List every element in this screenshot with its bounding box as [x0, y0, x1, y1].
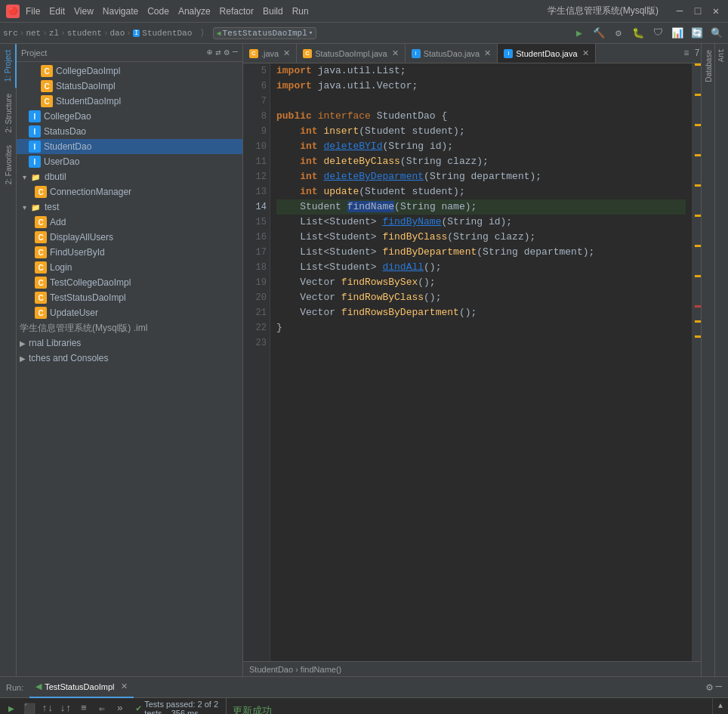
- rerun-button[interactable]: ▶: [3, 700, 20, 715]
- sidebar-tab-favorites[interactable]: 2: Favorites: [0, 139, 17, 190]
- folder-icon: 📁: [29, 201, 42, 213]
- settings-button[interactable]: ⚙: [610, 26, 627, 41]
- menu-bar[interactable]: File Edit View Navigate Code Analyze Ref…: [26, 6, 309, 17]
- run-tab-teststatusdaoimpl[interactable]: ◀ TestStatusDaoImpl ✕: [29, 677, 133, 698]
- tree-item-scratches[interactable]: ▶ tches and Consoles: [17, 351, 242, 366]
- tree-label: rnal Libraries: [29, 338, 81, 348]
- more-icon[interactable]: »: [112, 700, 128, 715]
- tab-studentdao[interactable]: I StudentDao.java ✕: [498, 44, 595, 63]
- pass-checkmark-icon: ✔: [136, 703, 141, 714]
- sort-desc-icon[interactable]: ↓↑: [57, 700, 74, 715]
- breadcrumb[interactable]: src › net › zl › student › dao › I Stude…: [3, 29, 192, 38]
- tree-label: test: [45, 202, 59, 212]
- build-button[interactable]: 🔨: [591, 26, 607, 41]
- run-minimize-icon[interactable]: ─: [716, 681, 722, 694]
- tree-item-displayallusers[interactable]: C DisplayAllUsers: [17, 230, 242, 245]
- tree-item-login[interactable]: C Login: [17, 260, 242, 275]
- tree-item-connectionmanager[interactable]: C ConnectionManager: [17, 184, 242, 199]
- tree-item-updateuser[interactable]: C UpdateUser: [17, 305, 242, 320]
- ant-sidebar[interactable]: Ant: [714, 44, 728, 676]
- sort-asc-icon[interactable]: ↑↓: [39, 700, 56, 715]
- interface-badge: I: [133, 29, 140, 37]
- code-line-12: int deleteByDeparment(String department)…: [276, 169, 686, 184]
- debug-button[interactable]: 🐛: [630, 26, 646, 41]
- scroll-up-button[interactable]: ▲: [714, 700, 726, 712]
- code-line-22: }: [276, 320, 686, 335]
- menu-build[interactable]: Build: [263, 6, 283, 17]
- breadcrumb-src[interactable]: src: [3, 29, 18, 38]
- menu-file[interactable]: File: [26, 6, 40, 17]
- database-tab[interactable]: Database: [702, 44, 714, 88]
- tree-item-dbutil-folder[interactable]: ▾ 📁 dbutil: [17, 169, 242, 184]
- run-scroll-buttons: ▲ ▼ ≡: [712, 698, 728, 714]
- tab-close-button[interactable]: ✕: [582, 48, 589, 58]
- breadcrumb-net[interactable]: net: [26, 29, 41, 38]
- sync-button[interactable]: 🔄: [689, 26, 705, 41]
- tree-item-test-folder[interactable]: ▾ 📁 test: [17, 199, 242, 215]
- tab-statusdaoimpl[interactable]: C StatusDaoImpl.java ✕: [297, 44, 405, 63]
- window-title: 学生信息管理系统(Mysql版): [548, 5, 659, 17]
- filter-icon[interactable]: ≡: [76, 700, 92, 715]
- tree-item-iml[interactable]: 学生信息管理系统(Mysql版) .iml: [17, 320, 242, 335]
- menu-edit[interactable]: Edit: [49, 6, 65, 17]
- minimize-button[interactable]: ─: [674, 5, 686, 17]
- run-tab-close-button[interactable]: ✕: [121, 682, 128, 691]
- tree-item-libraries[interactable]: ▶ rnal Libraries: [17, 335, 242, 351]
- menu-view[interactable]: View: [74, 6, 94, 17]
- tree-item-teststatusdaoimpl[interactable]: C TestStatusDaoImpl: [17, 290, 242, 305]
- maximize-button[interactable]: □: [692, 5, 704, 17]
- code-line-10: int deleteBYId(String id);: [276, 139, 686, 154]
- nav-run-dropdown[interactable]: ◀ TestStatusDaoImpl ▾: [213, 27, 317, 39]
- tree-item-finduserbyid[interactable]: C FindUserById: [17, 245, 242, 260]
- breadcrumb-zl[interactable]: zl: [49, 29, 59, 38]
- breadcrumb-student[interactable]: student: [67, 29, 102, 38]
- menu-analyze[interactable]: Analyze: [178, 6, 211, 17]
- run-button[interactable]: ▶: [571, 26, 588, 41]
- code-line-9: int insert(Student student);: [276, 124, 686, 139]
- editor-tab-bar: C .java ✕ C StatusDaoImpl.java ✕ I Statu…: [243, 44, 701, 63]
- collapse-icon[interactable]: ─: [233, 47, 238, 58]
- tree-item-testcollegedaoimpl[interactable]: C TestCollegeDaoImpl: [17, 275, 242, 290]
- ant-tab[interactable]: Ant: [715, 44, 728, 66]
- code-line-20: Vector findRowByClass();: [276, 290, 686, 305]
- breadcrumb-studentdao[interactable]: StudentDao: [142, 29, 192, 38]
- tab-close-button[interactable]: ✕: [484, 48, 491, 58]
- menu-refactor[interactable]: Refactor: [220, 6, 254, 17]
- profile-button[interactable]: 📊: [669, 26, 686, 41]
- tree-item-userdao[interactable]: I UserDao: [17, 154, 242, 169]
- tab-statusdao[interactable]: I StatusDao.java ✕: [406, 44, 498, 63]
- database-sidebar[interactable]: Database: [701, 44, 714, 676]
- menu-code[interactable]: Code: [147, 6, 169, 17]
- nav-toolbar: ▶ 🔨 ⚙ 🐛 🛡 📊 🔄 🔍: [571, 26, 725, 41]
- run-settings-icon[interactable]: ⚙: [706, 681, 712, 694]
- menu-navigate[interactable]: Navigate: [103, 6, 138, 17]
- menu-run[interactable]: Run: [292, 6, 309, 17]
- tree-item-studentdaoimpl[interactable]: C StudentDaoImpl: [17, 94, 242, 109]
- tree-item-collegedao[interactable]: I CollegeDao: [17, 109, 242, 124]
- tab-java[interactable]: C .java ✕: [243, 44, 297, 63]
- tab-close-button[interactable]: ✕: [283, 48, 290, 58]
- tree-item-statusdao[interactable]: I StatusDao: [17, 124, 242, 139]
- sync-tree-icon[interactable]: ⇄: [215, 47, 221, 58]
- run-sidebar: ▶ ⬛ ↑↓ ↓↑ ≡ ⇐ » ✔ Tests passed: 2 of 2 t…: [0, 698, 227, 714]
- tree-item-studentdao[interactable]: I StudentDao: [17, 139, 242, 154]
- tab-overflow-arrow[interactable]: ≡ 7: [683, 48, 701, 59]
- breadcrumb-dao[interactable]: dao: [110, 29, 125, 38]
- code-text[interactable]: import java.util.List; import java.util.…: [270, 63, 692, 661]
- sidebar-tab-project[interactable]: 1: Project: [0, 44, 17, 88]
- class-icon: C: [35, 292, 47, 304]
- gear-icon[interactable]: ⚙: [224, 47, 230, 58]
- tab-close-button[interactable]: ✕: [392, 48, 399, 58]
- window-controls[interactable]: ─ □ ✕: [674, 5, 722, 17]
- search-nav-button[interactable]: 🔍: [708, 26, 725, 41]
- tree-item-collegedaoimpl[interactable]: C CollegeDaoImpl: [17, 63, 242, 79]
- tab-icon-i: I: [412, 49, 421, 58]
- tree-item-statusdaoimpl[interactable]: C StatusDaoImpl: [17, 79, 242, 94]
- sidebar-tab-structure[interactable]: 2: Structure: [0, 88, 17, 139]
- stop-button[interactable]: ⬛: [21, 700, 38, 715]
- coverage-button[interactable]: 🛡: [649, 26, 666, 41]
- tree-item-add[interactable]: C Add: [17, 215, 242, 230]
- add-icon[interactable]: ⊕: [207, 47, 212, 58]
- expand-icon[interactable]: ⇐: [94, 700, 110, 715]
- close-button[interactable]: ✕: [710, 5, 722, 17]
